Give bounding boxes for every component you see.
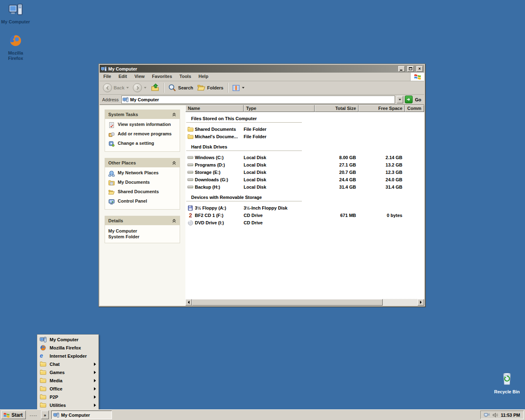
menu-tools[interactable]: Tools — [176, 73, 195, 81]
quick-launch-chevron-button[interactable]: » — [41, 411, 49, 419]
internet-explorer-icon: e — [40, 353, 46, 359]
row-total: 31.4 GB — [315, 185, 358, 189]
start-button[interactable]: Start — [1, 411, 26, 419]
network-places-icon — [108, 170, 115, 177]
address-input[interactable]: My Computer — [121, 96, 395, 104]
windows-flag-icon — [3, 412, 10, 418]
task-change-a-setting[interactable]: Change a setting — [108, 141, 177, 147]
up-button[interactable] — [149, 82, 161, 93]
row-free: 0 bytes — [358, 213, 405, 218]
menu-item-label: Media — [50, 378, 91, 383]
link-shared-documents[interactable]: Shared Documents — [108, 189, 177, 196]
link-control-panel[interactable]: Control Panel — [108, 199, 177, 205]
forward-button[interactable] — [131, 82, 148, 93]
close-button[interactable]: × — [416, 66, 423, 72]
forward-dropdown-icon[interactable] — [144, 87, 146, 89]
network-tray-icon[interactable] — [484, 412, 490, 418]
back-dropdown-icon[interactable] — [126, 87, 129, 89]
table-row[interactable]: Backup (H:) Local Disk 31.4 GB 31.4 GB — [185, 183, 424, 191]
table-row[interactable]: Windows (C:) Local Disk 8.00 GB 2.14 GB — [185, 154, 424, 161]
menu-edit[interactable]: Edit — [115, 73, 131, 81]
task-view-system-information[interactable]: View system information — [108, 122, 177, 128]
menu-item-utilities[interactable]: Utilities — [38, 401, 98, 409]
toolbar-separator — [228, 83, 228, 93]
menu-item-media[interactable]: Media — [38, 377, 98, 385]
taskbar-task-my-computer[interactable]: My Computer — [51, 411, 112, 419]
column-total-size[interactable]: Total Size — [315, 105, 358, 112]
menu-file[interactable]: File — [100, 73, 115, 81]
folder-icon — [40, 377, 46, 384]
table-row[interactable]: DVD Drive (I:) CD Drive — [185, 219, 424, 226]
link-label: My Documents — [118, 180, 150, 186]
scroll-left-button[interactable] — [185, 299, 192, 306]
column-name[interactable]: Name — [185, 105, 244, 112]
menu-item-games[interactable]: Games — [38, 368, 98, 377]
panel-header-other-places[interactable]: Other Places — [105, 158, 180, 167]
panel-title: Other Places — [108, 160, 136, 165]
scrollbar-thumb[interactable] — [192, 299, 383, 306]
task-add-or-remove-programs[interactable]: Add or remove programs — [108, 131, 177, 138]
search-button[interactable]: Search — [167, 83, 195, 93]
menu-help[interactable]: Help — [195, 73, 212, 81]
menu-item-chat[interactable]: Chat — [38, 360, 98, 368]
panel-other-places: Other Places My Network Places My Docume… — [105, 158, 180, 210]
address-dropdown-button[interactable] — [397, 96, 403, 103]
table-row[interactable]: Storage (E:) Local Disk 20.7 GB 12.3 GB — [185, 169, 424, 176]
views-dropdown-icon[interactable] — [242, 87, 244, 89]
collapse-chevron-icon — [172, 161, 176, 165]
back-button[interactable]: Back — [101, 82, 130, 93]
horizontal-scrollbar[interactable] — [185, 299, 424, 306]
windows-flag-icon — [414, 73, 421, 80]
folder-icon — [40, 394, 46, 400]
link-my-network-places[interactable]: My Network Places — [108, 170, 177, 177]
table-row[interactable]: Downloads (G:) Local Disk 24.4 GB 24.0 G… — [185, 176, 424, 183]
row-total: 27.1 GB — [315, 162, 358, 167]
menu-item-internet-exploder[interactable]: e Internet Exploder — [38, 352, 98, 360]
menu-favorites[interactable]: Favorites — [148, 73, 176, 81]
system-tray: 11:53 PM — [480, 411, 524, 419]
maximize-button[interactable] — [407, 66, 414, 72]
minimize-button[interactable] — [398, 66, 405, 72]
row-name: 3½ Floppy (A:) — [195, 205, 244, 210]
column-type[interactable]: Type — [244, 105, 315, 112]
go-button[interactable] — [405, 96, 413, 103]
collapse-chevron-icon — [172, 219, 176, 223]
table-row[interactable]: 2 BF2 CD 1 (F:) CD Drive 671 MB 0 bytes — [185, 212, 424, 219]
link-my-documents[interactable]: My Documents — [108, 180, 177, 186]
quick-launch-popup-menu: My Computer Mozilla Firefox e Internet E… — [37, 334, 99, 411]
menu-item-office[interactable]: Office — [38, 385, 98, 393]
panel-header-system-tasks[interactable]: System Tasks — [105, 110, 180, 119]
link-label: Control Panel — [118, 199, 147, 205]
toolbar-handle[interactable]: ---- — [30, 413, 37, 418]
scrollbar-track[interactable] — [383, 299, 418, 306]
volume-tray-icon[interactable] — [493, 412, 498, 418]
column-comments[interactable]: Comm — [405, 105, 424, 112]
table-row[interactable]: Programs (D:) Local Disk 27.1 GB 13.2 GB — [185, 161, 424, 169]
menu-item-my-computer[interactable]: My Computer — [38, 336, 98, 344]
row-name: Backup (H:) — [195, 185, 244, 189]
views-button[interactable] — [231, 83, 246, 93]
shared-documents-icon — [108, 189, 115, 196]
table-row[interactable]: 3½ Floppy (A:) 3½-Inch Floppy Disk — [185, 204, 424, 212]
folders-button[interactable]: Folders — [196, 83, 225, 93]
scroll-right-button[interactable] — [418, 299, 424, 306]
table-row[interactable]: Michael's Docume... File Folder — [185, 133, 424, 140]
menu-item-label: Mozilla Firefox — [50, 345, 96, 350]
row-total: 8.00 GB — [315, 155, 358, 160]
hard-drive-icon — [187, 177, 194, 183]
panel-header-details[interactable]: Details — [105, 216, 180, 225]
submenu-arrow-icon — [94, 363, 96, 366]
desktop-icon-mozilla-firefox[interactable]: Mozilla Firefox — [0, 34, 31, 61]
window-icon — [101, 66, 107, 72]
column-free-space[interactable]: Free Space — [358, 105, 405, 112]
row-free: 13.2 GB — [358, 162, 405, 167]
desktop-icon-my-computer[interactable]: My Computer — [0, 2, 31, 25]
task-pane: System Tasks View system information Add… — [100, 105, 185, 306]
table-row[interactable]: Shared Documents File Folder — [185, 126, 424, 133]
menu-view[interactable]: View — [131, 73, 148, 81]
titlebar[interactable]: My Computer × — [100, 65, 424, 73]
desktop-icon-recycle-bin[interactable]: Recycle Bin — [491, 372, 523, 395]
menu-item-mozilla-firefox[interactable]: Mozilla Firefox — [38, 344, 98, 352]
group-divider — [186, 201, 302, 201]
menu-item-p2p[interactable]: P2P — [38, 393, 98, 401]
